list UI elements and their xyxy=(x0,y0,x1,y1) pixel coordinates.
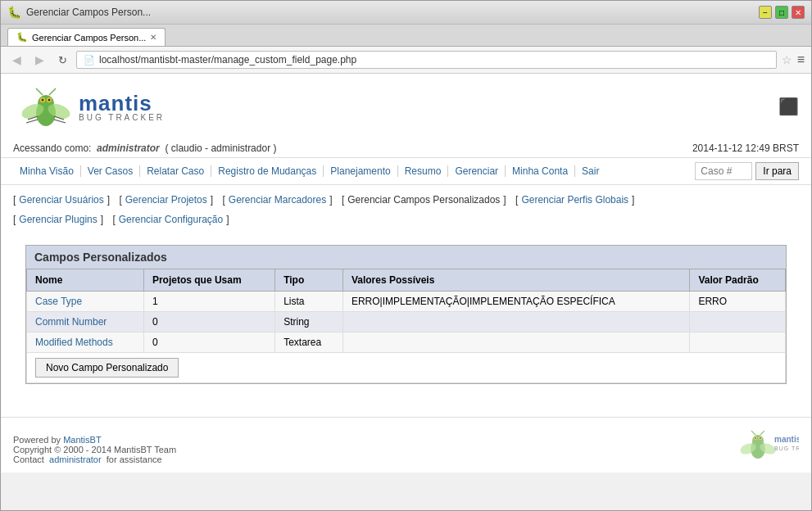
logo-tagline: BUG TRACKER xyxy=(79,113,165,122)
address-box[interactable]: 📄 localhost/mantisbt-master/manage_custo… xyxy=(76,51,777,69)
search-bar: Ir para xyxy=(695,162,799,180)
table-row: Case Type1ListaERRO|IMPLEMENTAÇÃO|IMPLEM… xyxy=(27,292,786,312)
user-label: Acessando como: xyxy=(13,142,91,154)
mantisbt-link[interactable]: MantisBT xyxy=(63,435,101,445)
main-content: Campos Personalizados Nome Projetos que … xyxy=(1,237,811,400)
nav-registro[interactable]: Registro de Mudanças xyxy=(211,165,324,177)
subnav-plugins[interactable]: Gerenciar Plugins xyxy=(19,211,97,229)
nav-sair[interactable]: Sair xyxy=(575,165,606,177)
col-tipo: Tipo xyxy=(275,269,343,292)
custom-fields-table: Nome Projetos que Usam Tipo Valores Poss… xyxy=(26,269,786,383)
table-row: Commit Number0String xyxy=(27,312,786,332)
footer-logo: mantis BUG TRACKER xyxy=(733,426,799,464)
address-bar: ◀ ▶ ↻ 📄 localhost/mantisbt-master/manage… xyxy=(1,47,811,74)
browser-window: 🐛 Gerenciar Campos Person... − □ ✕ 🐛 Ger… xyxy=(0,0,812,511)
svg-text:BUG TRACKER: BUG TRACKER xyxy=(774,445,799,451)
title-bar: 🐛 Gerenciar Campos Person... − □ ✕ xyxy=(1,1,811,25)
title-bar-text: Gerenciar Campos Person... xyxy=(26,7,754,18)
browser-icon: 🐛 xyxy=(7,6,21,19)
active-tab[interactable]: 🐛 Gerenciar Campos Person... ✕ xyxy=(7,28,166,46)
tab-close-button[interactable]: ✕ xyxy=(150,33,157,42)
nav-resumo[interactable]: Resumo xyxy=(398,165,449,177)
window-controls: − □ ✕ xyxy=(759,6,805,19)
col-valores: Valores Possíveis xyxy=(342,269,689,292)
sub-nav-row1: [Gerenciar Usuários] [Gerenciar Projetos… xyxy=(13,192,799,210)
subnav-campos-current: Gerenciar Campos Personalizados xyxy=(347,192,500,210)
nav-gerenciar[interactable]: Gerenciar xyxy=(448,165,506,177)
tab-label: Gerenciar Campos Person... xyxy=(32,33,146,43)
field-link-0[interactable]: Case Type xyxy=(35,296,82,307)
nav-relatar-caso[interactable]: Relatar Caso xyxy=(140,165,211,177)
tab-bar: 🐛 Gerenciar Campos Person... ✕ xyxy=(1,25,811,47)
logo-area: mantis BUG TRACKER xyxy=(13,82,165,131)
svg-line-21 xyxy=(760,431,764,435)
nav-planejamento[interactable]: Planejamento xyxy=(324,165,397,177)
table-row: Modified Methods0Textarea xyxy=(27,332,786,353)
svg-line-7 xyxy=(49,88,56,95)
timestamp: 2014-11-12 12:49 BRST xyxy=(692,142,799,154)
svg-point-19 xyxy=(760,437,761,439)
bookmark-button[interactable]: ☆ xyxy=(782,53,792,66)
field-link-2[interactable]: Modified Methods xyxy=(35,337,113,348)
page-icon: 📄 xyxy=(84,55,95,66)
col-default: Valor Padrão xyxy=(690,269,786,292)
nav-ver-casos[interactable]: Ver Casos xyxy=(81,165,140,177)
contact-prefix: Contact xyxy=(13,454,44,464)
sub-nav: [Gerenciar Usuários] [Gerenciar Projetos… xyxy=(1,185,811,237)
maximize-button[interactable]: □ xyxy=(775,6,788,19)
footer-powered: Powered by MantisBT xyxy=(13,435,176,445)
main-nav: Minha Visão Ver Casos Relatar Caso Regis… xyxy=(1,157,811,185)
page-content: mantis BUG TRACKER ⬛ Acessando como: adm… xyxy=(1,74,811,473)
admin-contact-link[interactable]: administrator xyxy=(49,454,102,464)
browser-menu-button[interactable]: ≡ xyxy=(797,52,805,67)
case-search-input[interactable] xyxy=(695,162,752,180)
user-bar: Acessando como: administrator ( claudio … xyxy=(1,139,811,157)
svg-line-13 xyxy=(54,120,66,123)
subnav-marcadores[interactable]: Gerenciar Marcadores xyxy=(229,192,326,210)
subnav-perfis[interactable]: Gerenciar Perfis Globais xyxy=(521,192,628,210)
forward-button: ▶ xyxy=(30,51,48,69)
svg-point-5 xyxy=(48,99,51,102)
logo-text-container: mantis BUG TRACKER xyxy=(79,91,165,122)
add-field-row: Novo Campo Personalizado xyxy=(27,353,786,383)
footer-links: Powered by MantisBT Copyright © 2000 - 2… xyxy=(13,435,176,464)
section-title: Campos Personalizados xyxy=(26,246,786,269)
svg-point-18 xyxy=(755,437,756,439)
url-text: localhost/mantisbt-master/manage_custom_… xyxy=(99,54,356,66)
user-info: Acessando como: administrator ( claudio … xyxy=(13,142,276,154)
site-header: mantis BUG TRACKER ⬛ xyxy=(1,74,811,139)
subnav-configuracao[interactable]: Gerenciar Configuração xyxy=(119,211,223,229)
custom-fields-section: Campos Personalizados Nome Projetos que … xyxy=(25,245,787,384)
nav-minha-visao[interactable]: Minha Visão xyxy=(13,165,81,177)
col-nome: Nome xyxy=(27,269,144,292)
subnav-usuarios[interactable]: Gerenciar Usuários xyxy=(19,192,103,210)
user-detail: ( claudio - administrador ) xyxy=(165,142,276,154)
mantis-logo-image xyxy=(13,82,79,131)
contact-suffix: for assistance xyxy=(107,454,162,464)
back-button: ◀ xyxy=(7,51,25,69)
footer-copyright: Copyright © 2000 - 2014 MantisBT Team xyxy=(13,445,176,454)
site-footer: Powered by MantisBT Copyright © 2000 - 2… xyxy=(1,417,811,473)
tab-icon: 🐛 xyxy=(16,32,28,43)
refresh-button[interactable]: ↻ xyxy=(53,51,71,69)
close-button[interactable]: ✕ xyxy=(792,6,805,19)
svg-line-20 xyxy=(751,431,755,435)
subnav-projetos[interactable]: Gerenciar Projetos xyxy=(125,192,207,210)
svg-point-4 xyxy=(42,99,44,102)
sub-nav-row2: [Gerenciar Plugins] [Gerenciar Configura… xyxy=(13,211,799,229)
svg-line-6 xyxy=(36,88,43,95)
new-custom-field-button[interactable]: Novo Campo Personalizado xyxy=(35,358,179,378)
svg-text:mantis: mantis xyxy=(774,435,799,444)
user-name: administrator xyxy=(97,142,160,154)
footer-contact: Contact administrator for assistance xyxy=(13,454,176,464)
svg-line-11 xyxy=(26,120,38,123)
minimize-button[interactable]: − xyxy=(759,6,772,19)
go-button[interactable]: Ir para xyxy=(755,162,799,180)
powered-label: Powered by xyxy=(13,435,61,445)
table-header-row: Nome Projetos que Usam Tipo Valores Poss… xyxy=(27,269,786,292)
col-projetos: Projetos que Usam xyxy=(143,269,274,292)
field-link-1[interactable]: Commit Number xyxy=(35,316,107,328)
nav-minha-conta[interactable]: Minha Conta xyxy=(506,165,575,177)
rss-icon: ⬛ xyxy=(778,97,799,116)
